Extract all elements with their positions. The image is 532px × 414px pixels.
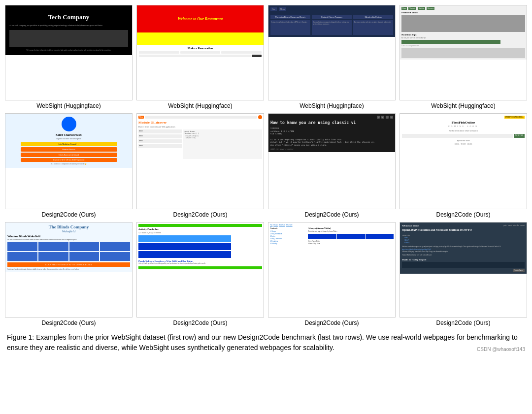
thumb3-nav: Nav Menu — [270, 7, 393, 13]
thumb12-cat3: · Outlook — [404, 242, 525, 244]
thumb2-form-row1 — [139, 51, 262, 54]
thumb7-footer: ©2007-2021 powers together — [270, 148, 393, 150]
figure-caption: Figure 1: Examples from the prior WebSig… — [5, 332, 527, 353]
thumb8-logo: FirstFishOnline — [402, 121, 525, 125]
thumbnail-cell-1: Tech Company At our tech company, we spe… — [5, 5, 133, 109]
thumb9-orange-btn[interactable]: CLICK HERE TO SAVE UP TO 75% ON YOUR BLI… — [7, 262, 130, 267]
thumb3-cols: Upcoming Fitness Classes and Events Join… — [270, 15, 393, 35]
thumb11-row1: Artist: Amon Tobin — [308, 240, 394, 242]
thumb10-title: Activity Ponds, Inc. — [138, 228, 262, 230]
thumb9-block2 — [38, 242, 68, 251]
thumb3-col3-header: Membership Options — [353, 15, 393, 19]
thumbnail-frame-12: Sebastian Wanis posts search subscribe c… — [399, 222, 527, 318]
thumb4-copyright: ©2023 Fit. All rights reserved. — [401, 45, 525, 47]
thumb9-heading: Window Blinds Wakefield — [7, 235, 130, 238]
thumb10-content: Activity Ponds, Inc. 123 Main St, City, … — [137, 223, 264, 271]
thumbnail-grid: Tech Company At our tech company, we spe… — [5, 5, 527, 326]
thumb9-block3 — [69, 242, 100, 251]
thumb12-nav3: subscribe — [513, 224, 519, 226]
thumb11-title: Always (Amon Tobin) — [308, 227, 394, 229]
thumb11-layout: Contents 1. Always 2. Song Information 3… — [270, 227, 394, 245]
thumb3-col1-body: Join us for our beginner Cardio class at… — [270, 20, 310, 35]
thumb12-body3: Thanks Matthew for the very well written… — [402, 254, 525, 256]
thumb5-btn1[interactable]: Join Medicine Council → — [21, 142, 117, 146]
thumb7-body: VERSION version: 6.0 / v/346 Vim (1003) … — [270, 127, 393, 146]
thumbnail-cell-2: Welcome to Our Restaurant Make a Reserva… — [136, 5, 264, 109]
thumb5-circle — [62, 117, 76, 131]
figure-caption-text: Figure 1: Examples from the prior WebSig… — [7, 333, 518, 351]
thumb6-code: import drawer function init() { drawer.s… — [183, 129, 262, 159]
caption-5: Design2Code (Ours) — [41, 211, 96, 218]
thumb12-input[interactable] — [402, 262, 525, 268]
thumb2-input1 — [139, 51, 179, 54]
thumb10-address: 123 Main St, City, ST 00000 — [138, 231, 262, 234]
thumb2-welcome: Welcome to Our Restaurant — [178, 17, 223, 21]
thumb9-blocks-row2 — [7, 252, 130, 261]
caption-8: Design2Code (Ours) — [436, 211, 490, 218]
thumb11-nav: Play Discuss Beat Stats Wiki Style — [270, 224, 394, 226]
thumbnail-frame-9: The Blinds Company Wakefield Window Blin… — [5, 222, 133, 318]
thumb3-nav1: Nav — [270, 7, 277, 11]
thumb2-content: Welcome to Our Restaurant Make a Reserva… — [137, 5, 264, 60]
thumb7-btn3: ! — [386, 116, 389, 119]
thumb12-submit-btn[interactable]: Search Query — [513, 269, 525, 272]
thumb8-social3: SHARE — [467, 143, 472, 145]
thumb2-input2 — [180, 51, 221, 54]
thumbnail-cell-10: Activity Ponds, Inc. 123 Main St, City, … — [136, 222, 264, 326]
caption-10: Design2Code (Ours) — [173, 319, 227, 326]
thumb8-notify-btn[interactable]: NOTIFY ME — [514, 134, 525, 138]
thumb7-content: ~ # ! ? How to know you are using classi… — [268, 114, 395, 152]
thumb11-blue-blocks — [308, 234, 394, 239]
thumb11-bb1 — [308, 234, 336, 239]
thumb12-article-title: OpenLDAP Evolution and Microsoft Outlook… — [402, 228, 525, 232]
thumb5-footer: Be a solution to 1 compassion is flouris… — [51, 163, 87, 165]
thumb11-cell2: Album: Foley Room — [308, 243, 394, 245]
thumb3-nav2: Menu — [279, 7, 286, 11]
thumb9-block4 — [100, 242, 130, 251]
thumb9-block8 — [100, 252, 130, 261]
caption-1: WebSight (Huggingface) — [36, 102, 101, 109]
thumb6-nav: Menu — [138, 115, 262, 119]
thumbnail-frame-10: Activity Ponds, Inc. 123 Main St, City, … — [136, 222, 264, 318]
thumb6-sidebar-item3: Item 3 — [138, 139, 182, 143]
thumb9-company: The Blinds Company — [7, 224, 130, 229]
thumbnail-frame-7: ~ # ! ? How to know you are using classi… — [268, 113, 396, 209]
thumb10-body: Activity Ponds specializes in providing … — [138, 262, 262, 264]
thumb2-input4 — [139, 55, 251, 57]
thumb6-sidebar-item4: Item 4 — [138, 144, 182, 148]
thumb11-nav2: Discuss — [273, 224, 278, 226]
thumb4-nav2: Workouts — [408, 7, 416, 10]
thumb2-red: Welcome to Our Restaurant — [137, 5, 264, 32]
thumb6-title: Module Ol_drawer — [138, 121, 262, 125]
thumb5-btn3[interactable]: Check Known test [tham] — [21, 153, 117, 157]
thumb5-btn2[interactable]: Burnout Review — [21, 147, 117, 152]
thumb5-content: Sailer Chartonreaux Tagline text here fo… — [5, 114, 132, 168]
thumb11-bb2 — [337, 234, 365, 239]
thumb4-nutrition-label: Nutrition Tips — [401, 33, 525, 36]
thumb5-btn4[interactable]: Download for $474 > 400 easy (Find Il+ho… — [21, 158, 117, 162]
thumb3-col1-header: Upcoming Fitness Classes and Events — [270, 15, 310, 19]
thumb8-content: ENTER YOUR PROGRESS... FirstFishOnline C… — [400, 114, 527, 147]
thumb8-social-row: EMAIL TWEET SHARE — [402, 143, 525, 145]
thumb8-email-input[interactable] — [402, 134, 513, 138]
thumb6-sidebar-item2: Item 2 — [138, 134, 182, 138]
thumb11-nav3: Beat Stats — [279, 224, 285, 226]
thumb11-link5: 5. Production — [270, 240, 307, 242]
thumb12-nav4: contact — [520, 224, 525, 226]
thumb6-sidebar: Item 1 Item 2 Item 3 Item 4 — [138, 129, 182, 159]
thumb11-link1: 1. Always — [270, 230, 307, 232]
thumb4-nav4: Resources — [427, 7, 434, 10]
thumb12-header: Sebastian Wanis posts search subscribe c… — [402, 224, 525, 227]
thumb6-sidebar-item1: Item 1 — [138, 129, 182, 133]
thumb3-col3: Membership Options Become a member and e… — [353, 15, 393, 35]
thumb9-location: Wakefield — [7, 229, 130, 233]
thumbnail-cell-7: ~ # ! ? How to know you are using classi… — [268, 113, 396, 218]
thumb1-gray-block — [9, 30, 128, 47]
thumb11-nav4: Wiki Style — [286, 224, 293, 226]
caption-2: WebSight (Huggingface) — [168, 102, 233, 109]
thumb7-heading: How to know you are using classic vi — [270, 121, 393, 125]
thumb6-content-area: Item 1 Item 2 Item 3 Item 4 import drawe… — [138, 129, 262, 159]
thumb2-form-title: Make a Reservation — [139, 47, 262, 50]
thumb6-circle — [258, 115, 262, 119]
thumb4-nav1: Home — [401, 7, 407, 10]
